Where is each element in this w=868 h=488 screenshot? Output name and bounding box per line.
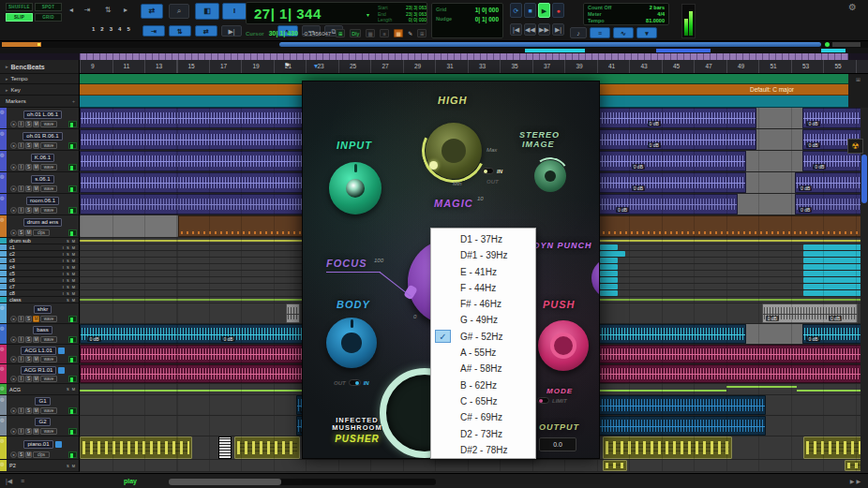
track-sidebar[interactable]: ◎drum ad ens●SMclps bbox=[0, 215, 80, 238]
clip-flat[interactable] bbox=[803, 264, 868, 270]
clip-wave[interactable] bbox=[286, 303, 300, 323]
clip-keys[interactable] bbox=[218, 436, 232, 459]
track-view-selector[interactable]: wave bbox=[40, 407, 57, 414]
dropdown-item[interactable]: D#1 - 39Hz bbox=[431, 247, 535, 263]
track-sidebar[interactable]: c1I S M bbox=[0, 244, 80, 251]
track-m-button[interactable]: M bbox=[33, 428, 39, 435]
play-button[interactable]: ▶ bbox=[538, 3, 550, 18]
track-m-button[interactable]: M bbox=[33, 207, 39, 214]
grid-nudge-display[interactable]: Grid1| 0| 000 Nudge0| 1| 000 bbox=[431, 3, 503, 38]
bottom-left-icon-2[interactable]: ≡ bbox=[21, 478, 24, 484]
empty-selection[interactable] bbox=[746, 172, 795, 193]
track-sidebar[interactable]: ◎piano.01●SMclps bbox=[0, 436, 80, 460]
empty-selection[interactable] bbox=[746, 324, 803, 344]
dropdown-item[interactable]: D1 - 37Hz bbox=[431, 231, 535, 247]
track-m-button[interactable]: M bbox=[33, 376, 39, 382]
track-s-button[interactable]: S bbox=[25, 164, 32, 170]
track-s-button[interactable]: S bbox=[25, 316, 32, 322]
record-button[interactable]: ● bbox=[552, 3, 564, 18]
zoom-preset-4[interactable]: 4 bbox=[118, 26, 121, 32]
track-s-button[interactable]: S bbox=[25, 142, 32, 149]
track-sidebar[interactable]: ◎G2●ISMwave bbox=[0, 416, 80, 436]
track-s-button[interactable]: S bbox=[18, 451, 24, 458]
dropdown-item[interactable]: D#2 - 78Hz bbox=[431, 442, 535, 458]
record-enable-button[interactable]: ● bbox=[10, 164, 17, 170]
tab-to-transient-button[interactable]: ⇥ bbox=[142, 25, 165, 37]
track-name[interactable]: bass bbox=[33, 326, 52, 334]
track-name[interactable]: c6 bbox=[9, 277, 15, 283]
dropdown-item[interactable]: G# - 52Hz✓ bbox=[431, 329, 535, 345]
record-enable-button[interactable]: ● bbox=[10, 121, 17, 127]
track-mini-buttons[interactable]: I S M bbox=[63, 285, 76, 289]
track-s-button[interactable]: S bbox=[25, 336, 32, 343]
track-name[interactable]: c7 bbox=[9, 284, 15, 289]
track-sidebar[interactable]: c5I S M bbox=[0, 271, 80, 277]
track-name[interactable]: c1 bbox=[9, 244, 15, 250]
ruler-grid-icon[interactable]: ⊞ bbox=[856, 77, 861, 82]
track-view-selector[interactable]: wave bbox=[40, 376, 57, 382]
track-mini-buttons[interactable]: I S M bbox=[63, 245, 76, 250]
clip-flat[interactable] bbox=[803, 277, 868, 283]
track-m-button[interactable]: M bbox=[33, 407, 39, 414]
track-i-button[interactable]: I bbox=[18, 428, 24, 435]
clip-flat[interactable] bbox=[803, 271, 868, 276]
zoom-right-arrow[interactable]: ▸ bbox=[120, 4, 131, 19]
track-view-selector[interactable]: wave bbox=[40, 316, 57, 322]
track-view-selector[interactable]: wave bbox=[40, 142, 57, 149]
track-mini-buttons[interactable]: S M bbox=[67, 464, 76, 468]
track-i-button[interactable]: I bbox=[18, 164, 24, 170]
track-name[interactable]: oh.01 L.06.1 bbox=[23, 111, 62, 119]
record-enable-button[interactable]: ● bbox=[10, 207, 17, 214]
bars-ruler[interactable]: ⚑ ▾ 911131517192123252729313335373941434… bbox=[80, 60, 868, 74]
track-name[interactable]: ACG bbox=[9, 387, 21, 392]
track-s-button[interactable]: S bbox=[25, 376, 32, 382]
tempo-meter-display[interactable]: Count Off2 bars Meter4/4 Tempo81.0000 bbox=[583, 3, 669, 25]
dly-label[interactable]: Dly bbox=[350, 29, 361, 37]
mode-grid[interactable]: GRID bbox=[35, 13, 62, 22]
track-s-button[interactable]: S bbox=[25, 121, 32, 127]
gear-icon[interactable]: ⚙ bbox=[848, 2, 857, 12]
empty-selection[interactable] bbox=[746, 151, 803, 171]
go-to-end-button[interactable]: ▶| bbox=[552, 23, 564, 36]
counter-chevron-icon[interactable]: ▾ bbox=[367, 11, 369, 18]
empty-selection[interactable] bbox=[756, 129, 803, 150]
track-name[interactable]: c4 bbox=[9, 264, 15, 270]
clip-flat[interactable] bbox=[600, 244, 618, 250]
clip-flat[interactable] bbox=[803, 284, 868, 289]
track-name[interactable]: shkr bbox=[34, 305, 52, 314]
clip-flat[interactable] bbox=[803, 251, 868, 257]
horizontal-scrollbar[interactable] bbox=[279, 42, 821, 47]
clip-flat[interactable] bbox=[803, 290, 868, 296]
zoom-vertical-icon[interactable]: ⇅ bbox=[99, 4, 116, 19]
zoom-left-arrow[interactable]: ◂ bbox=[66, 4, 77, 19]
stop-button[interactable]: ■ bbox=[524, 3, 536, 18]
selector-tool[interactable]: I bbox=[222, 3, 247, 20]
pencil-mini-icon[interactable]: ✎ bbox=[408, 30, 412, 37]
dropdown-item[interactable]: B - 62Hz bbox=[431, 377, 535, 393]
track-view-selector[interactable]: wave bbox=[40, 428, 57, 435]
grid-toggle-chip[interactable]: ⊞ bbox=[336, 29, 345, 37]
track-m-button[interactable]: M bbox=[33, 164, 39, 170]
track-m-button[interactable]: M bbox=[25, 451, 32, 458]
track-sidebar[interactable]: classS M bbox=[0, 297, 80, 303]
clip-flat[interactable] bbox=[600, 277, 618, 283]
track-name[interactable]: c8 bbox=[9, 290, 15, 296]
record-enable-button[interactable]: ● bbox=[10, 229, 17, 236]
track-input-chip[interactable] bbox=[58, 348, 65, 354]
track-m-button[interactable]: M bbox=[33, 336, 39, 343]
grid-mode-chip[interactable]: ⊞ bbox=[417, 29, 427, 37]
dropdown-item[interactable]: C - 65Hz bbox=[431, 393, 535, 409]
track-i-button[interactable]: I bbox=[18, 356, 24, 362]
zoomer-tool[interactable]: ⌕ bbox=[169, 4, 189, 19]
main-counter-display[interactable]: 27| 1| 344 ▾ Start23| 3| 063 End23| 3| 0… bbox=[246, 2, 427, 24]
dropdown-item[interactable]: F - 44Hz bbox=[431, 280, 535, 296]
track-m-button[interactable]: M bbox=[33, 142, 39, 149]
dyn-punch-knob[interactable] bbox=[591, 258, 600, 299]
clip-midi[interactable] bbox=[603, 460, 628, 471]
track-mini-buttons[interactable]: S M bbox=[67, 387, 76, 392]
track-mini-buttons[interactable]: I S M bbox=[63, 259, 76, 263]
expand-arrow-icon[interactable]: ▸ bbox=[6, 64, 8, 69]
track-name[interactable]: ACG L1.01 bbox=[21, 347, 56, 355]
tempo-ruler-button[interactable]: ∿ bbox=[613, 27, 634, 38]
body-inout-toggle[interactable]: OUT IN bbox=[334, 379, 369, 386]
